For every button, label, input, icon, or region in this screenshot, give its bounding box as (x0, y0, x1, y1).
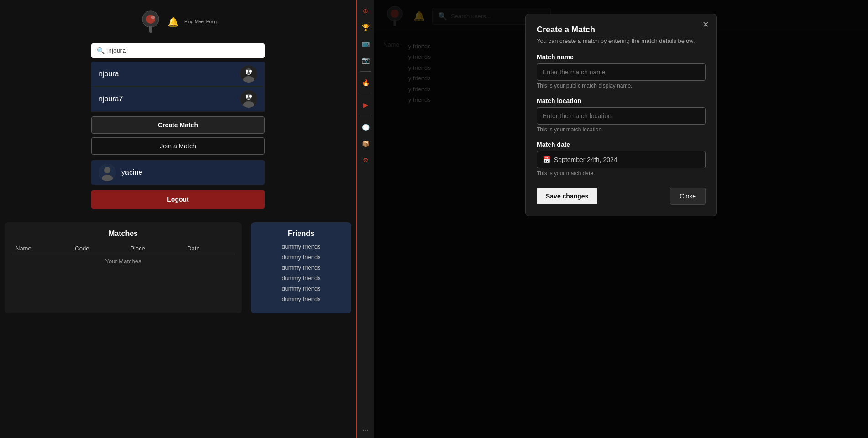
twitch-icon[interactable]: 📺 (359, 37, 372, 50)
play-icon[interactable]: ▶ (359, 99, 372, 111)
col-date: Date (183, 243, 235, 254)
calendar-icon: 📅 (543, 156, 550, 163)
bell-icon[interactable]: 🔔 (167, 16, 179, 27)
friends-title: Friends (258, 229, 344, 238)
svg-rect-3 (149, 26, 152, 33)
friend-item: dummy friends (258, 273, 344, 283)
friend-item: dummy friends (258, 283, 344, 294)
match-name-input[interactable] (537, 63, 706, 81)
friends-panel: Friends dummy friends dummy friends dumm… (251, 222, 351, 313)
modal-close-button[interactable]: ✕ (702, 20, 709, 30)
match-location-group: Match location This is your match locati… (537, 97, 706, 133)
svg-point-13 (249, 95, 252, 98)
user-result-item-njoura[interactable]: njoura (91, 62, 265, 87)
current-username: yacine (121, 168, 142, 177)
more-options-icon[interactable]: ··· (362, 426, 368, 434)
camera-icon[interactable]: 📷 (359, 54, 372, 67)
match-date-value: September 24th, 2024 (554, 156, 617, 163)
svg-point-12 (246, 95, 248, 98)
middle-sidebar: ⊕ 🏆 📺 📷 🔥 ▶ 🕐 📦 ⚙ ··· (356, 0, 374, 438)
user-result-item-njoura7[interactable]: njoura7 (91, 87, 265, 112)
logout-button[interactable]: Logout (91, 190, 265, 209)
modal-title: Create a Match (537, 25, 706, 35)
match-name-hint: This is your public match display name. (537, 83, 706, 89)
search-icon: 🔍 (97, 47, 105, 54)
friend-item: dummy friends (258, 252, 344, 262)
svg-point-2 (151, 16, 155, 19)
modal-overlay: ✕ Create a Match You can create a match … (374, 0, 868, 438)
matches-panel: Matches Name Code Place Date Your Matche… (5, 222, 242, 313)
sidebar-divider (360, 71, 371, 72)
fire-icon[interactable]: 🔥 (359, 76, 372, 89)
svg-point-8 (249, 70, 252, 73)
modal-subtitle: You can create a match by entering the m… (537, 37, 706, 44)
friend-item: dummy friends (258, 262, 344, 273)
search-input[interactable] (108, 47, 259, 54)
user-results-list: njoura njoura7 (91, 62, 265, 112)
trophy-icon[interactable]: 🏆 (359, 21, 372, 34)
match-location-input[interactable] (537, 107, 706, 125)
current-user-avatar (99, 164, 116, 181)
current-user-profile[interactable]: yacine (91, 160, 265, 185)
col-code: Code (71, 243, 126, 254)
match-date-label: Match date (537, 141, 706, 148)
matches-table: Name Code Place Date Your Matches (12, 243, 235, 268)
logo-text: Ping Meet Pong (184, 19, 217, 24)
match-name-group: Match name This is your public match dis… (537, 53, 706, 89)
avatar (240, 65, 257, 83)
clock-icon[interactable]: 🕐 (359, 121, 372, 134)
match-date-picker[interactable]: 📅 September 24th, 2024 (537, 151, 706, 168)
join-match-button[interactable]: Join a Match (91, 137, 265, 155)
logo-area: 🔔 Ping Meet Pong (139, 9, 217, 34)
modal-actions: Save changes Close (537, 188, 706, 205)
search-bar-container: 🔍 (91, 43, 265, 58)
match-location-hint: This is your match location. (537, 126, 706, 133)
close-modal-button[interactable]: Close (670, 188, 706, 205)
save-changes-button[interactable]: Save changes (537, 188, 597, 204)
cube-icon[interactable]: 📦 (359, 137, 372, 150)
sidebar-divider (360, 94, 371, 94)
col-name: Name (12, 243, 71, 254)
create-match-button[interactable]: Create Match (91, 116, 265, 134)
settings-icon[interactable]: ⚙ (359, 154, 372, 167)
friend-item: dummy friends (258, 241, 344, 252)
matches-title: Matches (12, 229, 235, 238)
sidebar-divider (360, 116, 371, 116)
svg-point-15 (104, 167, 110, 173)
create-match-modal: ✕ Create a Match You can create a match … (525, 14, 717, 216)
bottom-panels: Matches Name Code Place Date Your Matche… (5, 222, 351, 313)
col-place: Place (126, 243, 183, 254)
table-row: Your Matches (12, 254, 235, 269)
app-logo (139, 9, 162, 34)
svg-point-7 (246, 70, 248, 73)
friend-item: dummy friends (258, 294, 344, 304)
left-panel: 🔔 Ping Meet Pong 🔍 njoura njoura7 (0, 0, 356, 438)
home-icon[interactable]: ⊕ (359, 5, 372, 17)
match-location-label: Match location (537, 97, 706, 104)
empty-matches-text: Your Matches (12, 254, 235, 269)
right-panel: 🔔 🔍 Name y friends y friends y friends y… (374, 0, 868, 438)
match-date-group: Match date 📅 September 24th, 2024 This i… (537, 141, 706, 177)
match-name-label: Match name (537, 53, 706, 61)
avatar (240, 90, 257, 108)
match-date-hint: This is your match date. (537, 170, 706, 177)
